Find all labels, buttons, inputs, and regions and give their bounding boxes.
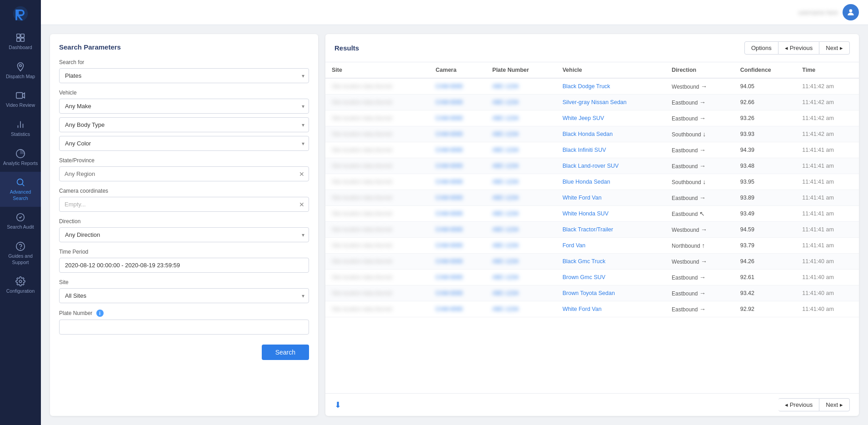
direction-select[interactable]: Any DirectionNorthboundSouthboundEastbou…: [59, 227, 309, 242]
user-avatar[interactable]: [843, 4, 859, 20]
col-camera: Camera: [429, 62, 486, 78]
table-row[interactable]: Site location data blurredCAM-0000ABC-12…: [325, 238, 859, 254]
cell-vehicle[interactable]: Black Gmc Truck: [556, 254, 665, 270]
cell-vehicle[interactable]: White Ford Van: [556, 190, 665, 206]
table-row[interactable]: Site location data blurredCAM-0000ABC-12…: [325, 206, 859, 222]
table-row[interactable]: Site location data blurredCAM-0000ABC-12…: [325, 285, 859, 301]
cell-site: Site location data blurred: [325, 78, 429, 95]
sidebar-item-dispatch-map[interactable]: Dispatch Map: [0, 56, 41, 85]
cell-site: Site location data blurred: [325, 270, 429, 285]
vehicle-label: Vehicle: [59, 90, 309, 96]
cell-direction: Southbound ↓: [665, 174, 734, 190]
site-select[interactable]: All Sites: [59, 288, 309, 303]
previous-button-bottom[interactable]: ◂ Previous: [778, 398, 819, 411]
options-button[interactable]: Options: [744, 41, 778, 55]
color-select[interactable]: Any Color: [59, 136, 309, 151]
time-period-input[interactable]: [59, 258, 309, 273]
table-row[interactable]: Site location data blurredCAM-0000ABC-12…: [325, 222, 859, 238]
cell-vehicle[interactable]: White Honda SUV: [556, 206, 665, 222]
sidebar-item-configuration[interactable]: Configuration: [0, 271, 41, 300]
cell-direction: Eastbound →: [665, 270, 734, 285]
svg-point-10: [16, 242, 25, 250]
table-row[interactable]: Site location data blurredCAM-0000ABC-12…: [325, 95, 859, 110]
next-button-bottom[interactable]: Next ▸: [819, 398, 850, 411]
state-input[interactable]: [59, 166, 309, 181]
make-select[interactable]: Any Make: [59, 99, 309, 114]
cell-site: Site location data blurred: [325, 238, 429, 254]
cell-confidence: 93.89: [734, 190, 796, 206]
cell-confidence: 92.61: [734, 270, 796, 285]
cell-time: 11:41:41 am: [796, 158, 859, 174]
cell-vehicle[interactable]: Black Infiniti SUV: [556, 142, 665, 158]
cell-vehicle[interactable]: Black Honda Sedan: [556, 126, 665, 142]
cell-vehicle[interactable]: Brown Gmc SUV: [556, 270, 665, 285]
cell-vehicle[interactable]: Brown Toyota Sedan: [556, 285, 665, 301]
table-row[interactable]: Site location data blurredCAM-0000ABC-12…: [325, 254, 859, 270]
previous-button-top[interactable]: ◂ Previous: [778, 41, 819, 55]
sidebar-item-guides-support[interactable]: Guides and Support: [0, 236, 41, 271]
camera-coords-group: Camera coordinates ✕ Empty...: [59, 188, 309, 212]
cell-camera: CAM-0000: [429, 78, 486, 95]
cell-direction: Eastbound →: [665, 95, 734, 110]
camera-clear-icon[interactable]: ✕: [299, 201, 304, 208]
cell-camera: CAM-0000: [429, 110, 486, 126]
sidebar-item-video-review[interactable]: Video Review: [0, 85, 41, 114]
table-row[interactable]: Site location data blurredCAM-0000ABC-12…: [325, 110, 859, 126]
table-row[interactable]: Site location data blurredCAM-0000ABC-12…: [325, 270, 859, 285]
cell-site: Site location data blurred: [325, 285, 429, 301]
cell-vehicle[interactable]: Black Tractor/Trailer: [556, 222, 665, 238]
search-for-select[interactable]: Plates: [59, 68, 309, 83]
cell-camera: CAM-0000: [429, 206, 486, 222]
cell-confidence: 94.39: [734, 142, 796, 158]
cell-vehicle[interactable]: Black Land-rover SUV: [556, 158, 665, 174]
site-label: Site: [59, 279, 309, 285]
download-icon[interactable]: ⬇: [334, 400, 341, 410]
sidebar-item-statistics[interactable]: Statistics: [0, 114, 41, 143]
svg-point-13: [849, 9, 853, 12]
cell-vehicle[interactable]: White Ford Van: [556, 301, 665, 317]
cell-vehicle[interactable]: Blue Honda Sedan: [556, 174, 665, 190]
body-type-select[interactable]: Any Body Type: [59, 117, 309, 132]
table-row[interactable]: Site location data blurredCAM-0000ABC-12…: [325, 158, 859, 174]
sidebar-label-video-review: Video Review: [6, 102, 35, 109]
next-arrow-icon-bottom: ▸: [840, 401, 843, 408]
table-row[interactable]: Site location data blurredCAM-0000ABC-12…: [325, 190, 859, 206]
svg-point-8: [17, 179, 23, 185]
cell-confidence: 93.42: [734, 285, 796, 301]
search-button[interactable]: Search: [262, 345, 309, 360]
cell-time: 11:41:41 am: [796, 238, 859, 254]
cell-time: 11:41:41 am: [796, 190, 859, 206]
results-header: Results Options ◂ Previous Next ▸: [325, 34, 859, 62]
footer-nav: ◂ Previous Next ▸: [778, 398, 850, 411]
cell-site: Site location data blurred: [325, 301, 429, 317]
cell-vehicle[interactable]: White Jeep SUV: [556, 110, 665, 126]
cell-camera: CAM-0000: [429, 142, 486, 158]
table-row[interactable]: Site location data blurredCAM-0000ABC-12…: [325, 78, 859, 95]
svg-rect-2: [21, 34, 24, 37]
next-button-top[interactable]: Next ▸: [819, 41, 850, 55]
prev-arrow-icon: ◂: [785, 45, 788, 51]
table-row[interactable]: Site location data blurredCAM-0000ABC-12…: [325, 142, 859, 158]
cell-vehicle[interactable]: Black Dodge Truck: [556, 78, 665, 95]
sidebar-item-dashboard[interactable]: Dashboard: [0, 27, 41, 56]
results-title: Results: [334, 44, 359, 52]
search-params-panel: Search Parameters Search for Plates ▾ Ve…: [50, 34, 318, 416]
cell-vehicle[interactable]: Ford Van: [556, 238, 665, 254]
cell-vehicle[interactable]: Silver-gray Nissan Sedan: [556, 95, 665, 110]
cell-camera: CAM-0000: [429, 301, 486, 317]
table-row[interactable]: Site location data blurredCAM-0000ABC-12…: [325, 174, 859, 190]
sidebar-item-analytic-reports[interactable]: Analytic Reports: [0, 143, 41, 172]
cell-plate: ABC-1234: [486, 206, 556, 222]
table-row[interactable]: Site location data blurredCAM-0000ABC-12…: [325, 301, 859, 317]
state-clear-icon[interactable]: ✕: [299, 170, 304, 178]
sidebar-item-advanced-search[interactable]: Advanced Search: [0, 172, 41, 207]
sidebar: Dashboard Dispatch Map Video Review Stat…: [0, 0, 41, 425]
table-row[interactable]: Site location data blurredCAM-0000ABC-12…: [325, 126, 859, 142]
sidebar-item-search-audit[interactable]: Search Audit: [0, 207, 41, 236]
cell-time: 11:41:40 am: [796, 270, 859, 285]
topbar-username: username here: [798, 9, 838, 16]
plate-info-icon[interactable]: i: [96, 310, 104, 317]
app-logo[interactable]: [0, 0, 41, 27]
plate-number-input[interactable]: [59, 320, 309, 335]
camera-coords-input[interactable]: [59, 197, 309, 212]
